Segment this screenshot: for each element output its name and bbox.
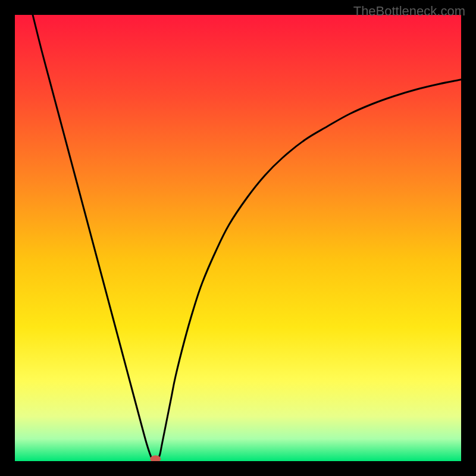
chart-svg	[15, 15, 461, 461]
watermark-text: TheBottleneck.com	[353, 4, 465, 19]
chart-frame	[15, 15, 461, 461]
gradient-background	[15, 15, 461, 461]
